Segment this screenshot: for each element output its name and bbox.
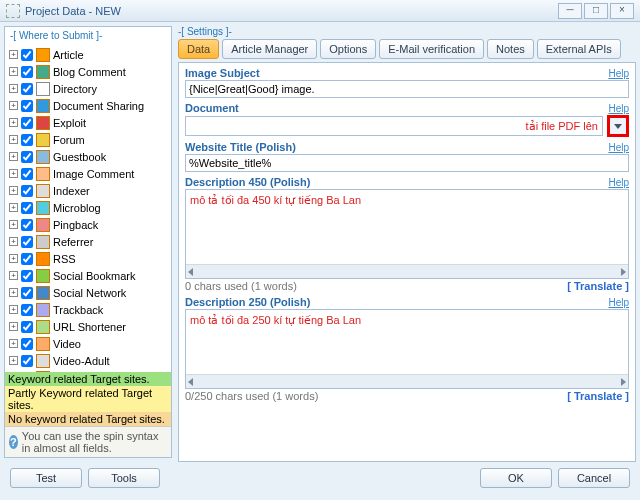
expand-icon[interactable]: + [9, 186, 18, 195]
tree-label: Article [53, 49, 84, 61]
scrollbar[interactable] [186, 264, 628, 278]
tree-label: Trackback [53, 304, 103, 316]
tree-checkbox[interactable] [21, 321, 33, 333]
tree-checkbox[interactable] [21, 338, 33, 350]
tree-item[interactable]: +Image Comment [9, 165, 167, 182]
desc450-textarea[interactable]: mô tả tối đa 450 kí tự tiếng Ba Lan [186, 190, 628, 262]
category-icon [36, 150, 50, 164]
tree-label: Directory [53, 83, 97, 95]
expand-icon[interactable]: + [9, 101, 18, 110]
tree-label: Exploit [53, 117, 86, 129]
tree-checkbox[interactable] [21, 270, 33, 282]
expand-icon[interactable]: + [9, 50, 18, 59]
close-button[interactable]: × [610, 3, 634, 19]
scrollbar[interactable] [186, 374, 628, 388]
cancel-button[interactable]: Cancel [558, 468, 630, 488]
expand-icon[interactable]: + [9, 356, 18, 365]
tree-item[interactable]: +Document Sharing [9, 97, 167, 114]
tree-item[interactable]: +Forum [9, 131, 167, 148]
tab-e-mail-verification[interactable]: E-Mail verification [379, 39, 484, 59]
expand-icon[interactable]: + [9, 322, 18, 331]
expand-icon[interactable]: + [9, 84, 18, 93]
help-link[interactable]: Help [608, 103, 629, 114]
tab-external-apis[interactable]: External APIs [537, 39, 621, 59]
website-title-input[interactable] [185, 154, 629, 172]
translate-link[interactable]: [ Translate ] [567, 390, 629, 402]
tab-data[interactable]: Data [178, 39, 219, 59]
expand-icon[interactable]: + [9, 135, 18, 144]
tree-label: Social Network [53, 287, 126, 299]
test-button[interactable]: Test [10, 468, 82, 488]
tree-checkbox[interactable] [21, 134, 33, 146]
tree-item[interactable]: +Microblog [9, 199, 167, 216]
category-icon [36, 303, 50, 317]
tree-item[interactable]: +Social Network [9, 284, 167, 301]
tree-checkbox[interactable] [21, 202, 33, 214]
content-area: -[ Settings ]- DataArticle ManagerOption… [172, 22, 640, 462]
tree-item[interactable]: +Blog Comment [9, 63, 167, 80]
maximize-button[interactable]: □ [584, 3, 608, 19]
tree-checkbox[interactable] [21, 304, 33, 316]
tree-item[interactable]: +Exploit [9, 114, 167, 131]
chevron-down-icon [614, 124, 622, 129]
tree-checkbox[interactable] [21, 49, 33, 61]
title-bar: Project Data - NEW ─ □ × [0, 0, 640, 22]
tree-item[interactable]: +Video [9, 335, 167, 352]
expand-icon[interactable]: + [9, 152, 18, 161]
minimize-button[interactable]: ─ [558, 3, 582, 19]
category-icon [36, 65, 50, 79]
tree-checkbox[interactable] [21, 253, 33, 265]
help-link[interactable]: Help [608, 177, 629, 188]
expand-icon[interactable]: + [9, 237, 18, 246]
tree-checkbox[interactable] [21, 219, 33, 231]
tab-article-manager[interactable]: Article Manager [222, 39, 317, 59]
tree-label: Microblog [53, 202, 101, 214]
help-link[interactable]: Help [608, 68, 629, 79]
tree-checkbox[interactable] [21, 236, 33, 248]
translate-link[interactable]: [ Translate ] [567, 280, 629, 292]
expand-icon[interactable]: + [9, 271, 18, 280]
tree-item[interactable]: +Video-Adult [9, 352, 167, 369]
tree-item[interactable]: +Guestbook [9, 148, 167, 165]
tree-checkbox[interactable] [21, 117, 33, 129]
expand-icon[interactable]: + [9, 305, 18, 314]
tree-checkbox[interactable] [21, 83, 33, 95]
image-subject-input[interactable] [185, 80, 629, 98]
tree-item[interactable]: +Article [9, 46, 167, 63]
tree-item[interactable]: +Directory [9, 80, 167, 97]
tools-button[interactable]: Tools [88, 468, 160, 488]
expand-icon[interactable]: + [9, 118, 18, 127]
help-link[interactable]: Help [608, 297, 629, 308]
help-link[interactable]: Help [608, 142, 629, 153]
tree-item[interactable]: +Pingback [9, 216, 167, 233]
expand-icon[interactable]: + [9, 220, 18, 229]
tree-item[interactable]: +Referrer [9, 233, 167, 250]
tree-checkbox[interactable] [21, 66, 33, 78]
expand-icon[interactable]: + [9, 288, 18, 297]
tab-options[interactable]: Options [320, 39, 376, 59]
category-icon [36, 48, 50, 62]
tree-item[interactable]: +Social Bookmark [9, 267, 167, 284]
ok-button[interactable]: OK [480, 468, 552, 488]
tree-checkbox[interactable] [21, 100, 33, 112]
tree-checkbox[interactable] [21, 185, 33, 197]
expand-icon[interactable]: + [9, 67, 18, 76]
document-input[interactable]: tải file PDF lên [185, 116, 603, 136]
tab-notes[interactable]: Notes [487, 39, 534, 59]
tree-label: Social Bookmark [53, 270, 136, 282]
tree-checkbox[interactable] [21, 355, 33, 367]
tree-item[interactable]: +RSS [9, 250, 167, 267]
document-dropdown-button[interactable] [607, 115, 629, 137]
desc250-label: Description 250 (Polish) [185, 296, 310, 308]
expand-icon[interactable]: + [9, 254, 18, 263]
expand-icon[interactable]: + [9, 339, 18, 348]
tree-checkbox[interactable] [21, 168, 33, 180]
desc250-textarea[interactable]: mô tả tối đa 250 kí tự tiếng Ba Lan [186, 310, 628, 372]
tree-checkbox[interactable] [21, 287, 33, 299]
tree-checkbox[interactable] [21, 151, 33, 163]
tree-item[interactable]: +URL Shortener [9, 318, 167, 335]
tree-item[interactable]: +Trackback [9, 301, 167, 318]
expand-icon[interactable]: + [9, 169, 18, 178]
expand-icon[interactable]: + [9, 203, 18, 212]
tree-item[interactable]: +Indexer [9, 182, 167, 199]
